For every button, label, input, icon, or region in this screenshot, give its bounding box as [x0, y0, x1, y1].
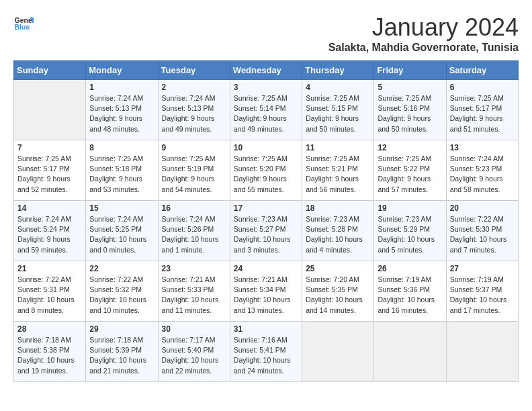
day-number: 12 [378, 143, 442, 152]
header-cell-wednesday: Wednesday [230, 61, 302, 80]
day-number: 6 [450, 83, 515, 92]
day-info: Sunrise: 7:22 AMSunset: 5:30 PMDaylight:… [450, 214, 515, 255]
day-cell: 11Sunrise: 7:25 AMSunset: 5:21 PMDayligh… [302, 140, 374, 201]
day-cell [14, 80, 86, 140]
day-cell: 16Sunrise: 7:24 AMSunset: 5:26 PMDayligh… [158, 201, 230, 261]
day-number: 11 [306, 143, 370, 152]
day-cell: 14Sunrise: 7:24 AMSunset: 5:24 PMDayligh… [14, 201, 86, 261]
header-row: SundayMondayTuesdayWednesdayThursdayFrid… [14, 61, 519, 80]
day-cell: 6Sunrise: 7:25 AMSunset: 5:17 PMDaylight… [446, 80, 518, 140]
day-info: Sunrise: 7:16 AMSunset: 5:41 PMDaylight:… [234, 335, 298, 376]
day-cell: 8Sunrise: 7:25 AMSunset: 5:18 PMDaylight… [86, 140, 158, 201]
day-cell: 10Sunrise: 7:25 AMSunset: 5:20 PMDayligh… [230, 140, 302, 201]
day-info: Sunrise: 7:18 AMSunset: 5:39 PMDaylight:… [89, 335, 154, 376]
day-info: Sunrise: 7:25 AMSunset: 5:17 PMDaylight:… [17, 154, 82, 195]
svg-text:Blue: Blue [15, 23, 30, 31]
day-cell: 23Sunrise: 7:21 AMSunset: 5:33 PMDayligh… [158, 261, 230, 322]
day-number: 9 [162, 143, 226, 152]
day-info: Sunrise: 7:24 AMSunset: 5:13 PMDaylight:… [162, 93, 226, 134]
day-number: 31 [234, 324, 298, 334]
day-info: Sunrise: 7:23 AMSunset: 5:27 PMDaylight:… [234, 214, 298, 255]
calendar-body: 1Sunrise: 7:24 AMSunset: 5:13 PMDaylight… [14, 80, 519, 382]
day-cell: 2Sunrise: 7:24 AMSunset: 5:13 PMDaylight… [158, 80, 230, 140]
day-info: Sunrise: 7:24 AMSunset: 5:24 PMDaylight:… [17, 214, 82, 255]
day-cell [446, 322, 518, 382]
location-title: Salakta, Mahdia Governorate, Tunisia [328, 42, 519, 54]
day-info: Sunrise: 7:23 AMSunset: 5:28 PMDaylight:… [306, 214, 370, 255]
day-info: Sunrise: 7:21 AMSunset: 5:34 PMDaylight:… [234, 275, 298, 316]
day-info: Sunrise: 7:25 AMSunset: 5:15 PMDaylight:… [306, 93, 370, 134]
day-number: 20 [450, 203, 515, 213]
title-area: January 2024 Salakta, Mahdia Governorate… [328, 13, 519, 54]
day-cell: 20Sunrise: 7:22 AMSunset: 5:30 PMDayligh… [446, 201, 518, 261]
day-info: Sunrise: 7:19 AMSunset: 5:36 PMDaylight:… [378, 275, 442, 316]
day-info: Sunrise: 7:25 AMSunset: 5:18 PMDaylight:… [89, 154, 154, 195]
day-number: 8 [89, 143, 154, 152]
day-cell: 5Sunrise: 7:25 AMSunset: 5:16 PMDaylight… [374, 80, 446, 140]
day-number: 5 [378, 83, 442, 92]
day-info: Sunrise: 7:25 AMSunset: 5:22 PMDaylight:… [378, 154, 442, 195]
day-number: 19 [378, 203, 442, 213]
day-number: 16 [162, 203, 226, 213]
day-info: Sunrise: 7:24 AMSunset: 5:26 PMDaylight:… [162, 214, 226, 255]
header-cell-tuesday: Tuesday [158, 61, 230, 80]
week-row-3: 14Sunrise: 7:24 AMSunset: 5:24 PMDayligh… [14, 201, 519, 261]
day-cell: 17Sunrise: 7:23 AMSunset: 5:27 PMDayligh… [230, 201, 302, 261]
day-cell [302, 322, 374, 382]
header-cell-friday: Friday [374, 61, 446, 80]
day-number: 22 [89, 264, 154, 273]
day-info: Sunrise: 7:22 AMSunset: 5:31 PMDaylight:… [17, 275, 82, 316]
day-number: 3 [234, 83, 298, 92]
day-cell: 3Sunrise: 7:25 AMSunset: 5:14 PMDaylight… [230, 80, 302, 140]
day-cell [374, 322, 446, 382]
day-cell: 9Sunrise: 7:25 AMSunset: 5:19 PMDaylight… [158, 140, 230, 201]
day-info: Sunrise: 7:20 AMSunset: 5:35 PMDaylight:… [306, 275, 370, 316]
day-number: 23 [162, 264, 226, 273]
calendar-header: SundayMondayTuesdayWednesdayThursdayFrid… [14, 61, 519, 80]
day-cell: 31Sunrise: 7:16 AMSunset: 5:41 PMDayligh… [230, 322, 302, 382]
week-row-1: 1Sunrise: 7:24 AMSunset: 5:13 PMDaylight… [14, 80, 519, 140]
day-cell: 27Sunrise: 7:19 AMSunset: 5:37 PMDayligh… [446, 261, 518, 322]
header-cell-sunday: Sunday [14, 61, 86, 80]
week-row-4: 21Sunrise: 7:22 AMSunset: 5:31 PMDayligh… [14, 261, 519, 322]
day-number: 28 [17, 324, 82, 334]
day-number: 26 [378, 264, 442, 273]
header-cell-saturday: Saturday [446, 61, 518, 80]
day-number: 13 [450, 143, 515, 152]
day-cell: 12Sunrise: 7:25 AMSunset: 5:22 PMDayligh… [374, 140, 446, 201]
header-cell-thursday: Thursday [302, 61, 374, 80]
day-number: 10 [234, 143, 298, 152]
day-number: 25 [306, 264, 370, 273]
day-cell: 7Sunrise: 7:25 AMSunset: 5:17 PMDaylight… [14, 140, 86, 201]
day-cell: 26Sunrise: 7:19 AMSunset: 5:36 PMDayligh… [374, 261, 446, 322]
day-cell: 29Sunrise: 7:18 AMSunset: 5:39 PMDayligh… [86, 322, 158, 382]
logo: General Blue [13, 13, 34, 34]
day-cell: 24Sunrise: 7:21 AMSunset: 5:34 PMDayligh… [230, 261, 302, 322]
day-cell: 30Sunrise: 7:17 AMSunset: 5:40 PMDayligh… [158, 322, 230, 382]
day-number: 4 [306, 83, 370, 92]
day-cell: 22Sunrise: 7:22 AMSunset: 5:32 PMDayligh… [86, 261, 158, 322]
week-row-2: 7Sunrise: 7:25 AMSunset: 5:17 PMDaylight… [14, 140, 519, 201]
day-number: 30 [162, 324, 226, 334]
logo-icon: General Blue [13, 13, 34, 34]
day-info: Sunrise: 7:24 AMSunset: 5:13 PMDaylight:… [89, 93, 154, 134]
day-cell: 1Sunrise: 7:24 AMSunset: 5:13 PMDaylight… [86, 80, 158, 140]
calendar-table: SundayMondayTuesdayWednesdayThursdayFrid… [13, 60, 519, 382]
day-info: Sunrise: 7:21 AMSunset: 5:33 PMDaylight:… [162, 275, 226, 316]
day-info: Sunrise: 7:25 AMSunset: 5:16 PMDaylight:… [378, 93, 442, 134]
day-cell: 4Sunrise: 7:25 AMSunset: 5:15 PMDaylight… [302, 80, 374, 140]
day-number: 24 [234, 264, 298, 273]
day-info: Sunrise: 7:18 AMSunset: 5:38 PMDaylight:… [17, 335, 82, 376]
day-info: Sunrise: 7:25 AMSunset: 5:17 PMDaylight:… [450, 93, 515, 134]
day-number: 7 [17, 143, 82, 152]
day-cell: 13Sunrise: 7:24 AMSunset: 5:23 PMDayligh… [446, 140, 518, 201]
day-cell: 25Sunrise: 7:20 AMSunset: 5:35 PMDayligh… [302, 261, 374, 322]
day-info: Sunrise: 7:22 AMSunset: 5:32 PMDaylight:… [89, 275, 154, 316]
day-info: Sunrise: 7:19 AMSunset: 5:37 PMDaylight:… [450, 275, 515, 316]
day-number: 21 [17, 264, 82, 273]
day-number: 29 [89, 324, 154, 334]
day-cell: 18Sunrise: 7:23 AMSunset: 5:28 PMDayligh… [302, 201, 374, 261]
day-number: 1 [89, 83, 154, 92]
month-title: January 2024 [328, 13, 519, 42]
day-cell: 21Sunrise: 7:22 AMSunset: 5:31 PMDayligh… [14, 261, 86, 322]
